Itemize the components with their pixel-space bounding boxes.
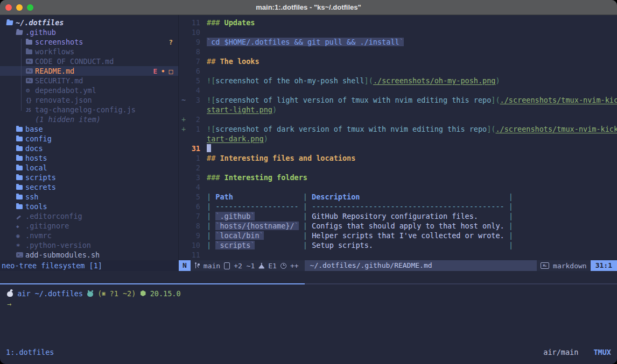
tree-item[interactable]: scripts bbox=[0, 173, 178, 182]
terminal-window: main:1:.dotfiles - "ks~/.dotfiles" ~/.do… bbox=[0, 0, 617, 364]
editor-line[interactable]: 8| `hosts/{hostname}/` | Configs that sh… bbox=[179, 221, 617, 231]
editor-line[interactable]: +1![screenshot of dark version of tmux w… bbox=[179, 124, 617, 134]
editor-line[interactable]: 7## The looks bbox=[179, 56, 617, 66]
line-number: 8 bbox=[187, 222, 200, 230]
editor-buffer[interactable]: 11### Updates109`cd $HOME/.dotfiles && g… bbox=[179, 15, 617, 260]
tree-item[interactable]: .python-version bbox=[0, 240, 178, 250]
tree-item[interactable]: workflows bbox=[0, 47, 178, 56]
tree-item[interactable]: add-submodules.sh bbox=[0, 250, 178, 260]
editor-line[interactable]: 11### Updates bbox=[179, 18, 617, 27]
pending-changes-label: ++ bbox=[290, 262, 299, 270]
filetype-label: markdown bbox=[553, 262, 587, 270]
line-text: | `scripts` | Setup scripts. | bbox=[207, 241, 513, 249]
editor-line[interactable]: ~3![screenshot of light version of tmux … bbox=[179, 95, 617, 105]
zoom-button[interactable] bbox=[27, 4, 33, 11]
editor-line[interactable]: 11 bbox=[179, 250, 617, 260]
line-number: 1 bbox=[187, 154, 200, 162]
shell-input[interactable]: → bbox=[0, 298, 617, 309]
tree-item[interactable]: local bbox=[0, 163, 178, 173]
markdown-icon bbox=[541, 262, 549, 269]
braces-icon bbox=[26, 96, 31, 104]
tree-item[interactable]: base bbox=[0, 124, 178, 134]
editor-line[interactable]: 10 bbox=[179, 27, 617, 37]
editor-line[interactable]: 8 bbox=[179, 47, 617, 56]
tree-item-label: .gitignore bbox=[25, 222, 69, 230]
editor-line[interactable]: 9`cd $HOME/.dotfiles && git pull && ./in… bbox=[179, 37, 617, 47]
folder-icon bbox=[16, 137, 23, 141]
line-text: tart-dark.png) bbox=[207, 134, 268, 143]
editor-line[interactable]: 2 bbox=[179, 163, 617, 173]
editor-line[interactable]: start-light.png) bbox=[179, 105, 617, 115]
tree-item[interactable]: README.mdE•□ bbox=[0, 66, 178, 76]
tree-item[interactable]: ssh bbox=[0, 192, 178, 202]
tree-item[interactable]: screenshots? bbox=[0, 37, 178, 47]
indent-guide bbox=[21, 39, 24, 111]
folder-icon bbox=[16, 175, 23, 180]
line-number: 3 bbox=[187, 96, 200, 104]
tree-item[interactable]: hosts bbox=[0, 153, 178, 163]
line-text: ![screenshot of the oh-my-posh shell](./… bbox=[207, 76, 500, 85]
pencil-icon bbox=[16, 215, 21, 219]
tree-item[interactable]: dependabot.yml bbox=[0, 85, 178, 95]
tree-item[interactable]: tag-changelog-config.js bbox=[0, 105, 178, 115]
tree-item[interactable]: renovate.json bbox=[0, 95, 178, 105]
traffic-lights bbox=[5, 4, 33, 11]
git-status-badge: □ bbox=[169, 67, 173, 75]
titlebar[interactable]: main:1:.dotfiles - "ks~/.dotfiles" bbox=[0, 0, 617, 15]
tree-item-label: scripts bbox=[25, 173, 56, 182]
tree-item[interactable]: docs bbox=[0, 144, 178, 153]
tree-item-label: ~/.dotfiles bbox=[16, 18, 64, 27]
tree-item-label: tag-changelog-config.js bbox=[35, 105, 136, 114]
shell-pane[interactable]: air ~/.dotfiles ( ?1 ~2) 20.15.0 → bbox=[0, 288, 617, 309]
tree-item-label: renovate.json bbox=[35, 96, 92, 104]
tree-item[interactable]: .gitignore bbox=[0, 221, 178, 231]
line-text: | Path | Description | bbox=[207, 192, 513, 201]
gutter-sign: + bbox=[179, 115, 187, 124]
tree-item[interactable]: config bbox=[0, 134, 178, 144]
editor-line[interactable]: 6 bbox=[179, 66, 617, 76]
tree-item-label: (1 hidden item) bbox=[35, 115, 101, 124]
tree-item-label: .editorconfig bbox=[25, 212, 82, 220]
editor-line[interactable]: 1## Interesting files and locations bbox=[179, 153, 617, 163]
editor-line[interactable]: tart-dark.png) bbox=[179, 134, 617, 144]
file-md-icon bbox=[26, 68, 33, 74]
editor-line[interactable]: 5| Path | Description | bbox=[179, 192, 617, 202]
line-text: | ------------------- | ----------------… bbox=[207, 202, 513, 211]
line-number: 8 bbox=[187, 47, 200, 56]
editor-line[interactable]: 10| `scripts` | Setup scripts. | bbox=[179, 240, 617, 250]
tree-item[interactable]: ~/.dotfiles bbox=[0, 18, 178, 27]
statusline: N main +2 ~1 E1 ++ ~/.dotfiles/.github/R… bbox=[179, 260, 617, 271]
shell-prompt: air ~/.dotfiles ( ?1 ~2) 20.15.0 bbox=[0, 288, 617, 298]
gutter-sign: + bbox=[179, 125, 187, 133]
node-icon bbox=[141, 290, 146, 296]
tree-item[interactable]: (1 hidden item) bbox=[0, 115, 178, 124]
editor-line[interactable]: 4 bbox=[179, 182, 617, 192]
gear-icon bbox=[26, 87, 30, 94]
line-number: 2 bbox=[187, 115, 200, 124]
tree-item[interactable]: CODE_OF_CONDUCT.md bbox=[0, 56, 178, 66]
tree-item[interactable]: tools bbox=[0, 202, 178, 211]
tree-item[interactable]: secrets bbox=[0, 182, 178, 192]
close-button[interactable] bbox=[5, 4, 12, 11]
octocat-icon bbox=[87, 291, 93, 297]
tree-item[interactable]: .nvmrc bbox=[0, 231, 178, 240]
editor-line[interactable]: 7| `.github` | GitHub Repository configu… bbox=[179, 211, 617, 221]
editor-line[interactable]: 31 bbox=[179, 144, 617, 153]
tree-item-label: .nvmrc bbox=[25, 231, 52, 240]
line-text: | `.github` | GitHub Repository configur… bbox=[207, 212, 513, 220]
editor-line[interactable]: +2 bbox=[179, 115, 617, 124]
minimize-button[interactable] bbox=[16, 4, 23, 11]
tree-item[interactable]: SECURITY.md bbox=[0, 76, 178, 85]
tree-item[interactable]: .editorconfig bbox=[0, 211, 178, 221]
tmux-pane-border[interactable] bbox=[0, 283, 617, 284]
diagnostics-icon bbox=[258, 263, 264, 269]
editor-line[interactable]: 5![screenshot of the oh-my-posh shell](.… bbox=[179, 76, 617, 85]
editor-line[interactable]: 9| `local/bin` | Helper scripts that I'v… bbox=[179, 231, 617, 240]
tree-item[interactable]: .github bbox=[0, 27, 178, 37]
line-text: ### Interesting folders bbox=[207, 173, 307, 182]
editor-line[interactable]: 6| ------------------- | ---------------… bbox=[179, 202, 617, 211]
editor-line[interactable]: 3### Interesting folders bbox=[179, 173, 617, 182]
editor-line[interactable]: 4 bbox=[179, 85, 617, 95]
tmux-window-label[interactable]: 1:.dotfiles bbox=[6, 348, 54, 356]
tree-item-label: .github bbox=[25, 28, 56, 37]
